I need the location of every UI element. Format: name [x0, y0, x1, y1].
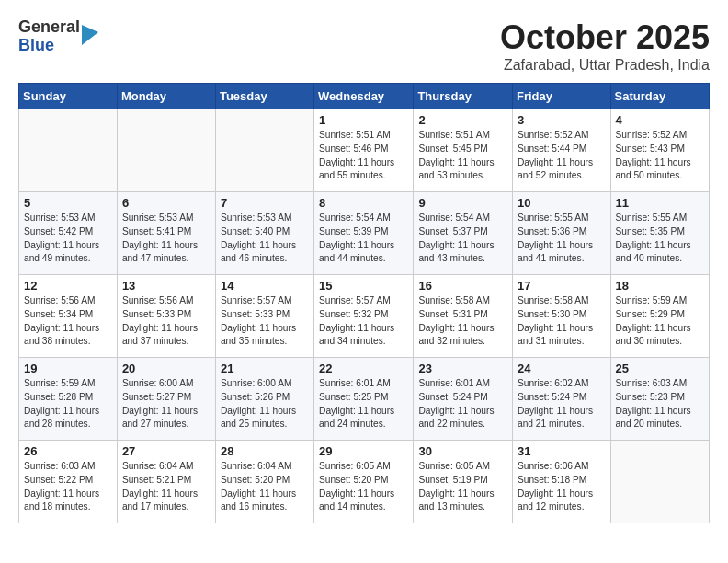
day-detail: Sunrise: 6:01 AM Sunset: 5:24 PM Dayligh…	[418, 377, 507, 431]
calendar-week-row: 19Sunrise: 5:59 AM Sunset: 5:28 PM Dayli…	[19, 358, 710, 441]
weekday-header: Sunday	[19, 84, 118, 109]
day-number: 16	[418, 279, 507, 293]
day-number: 2	[418, 113, 507, 127]
calendar-cell	[117, 109, 215, 192]
day-number: 6	[122, 196, 210, 210]
weekday-header: Monday	[117, 84, 215, 109]
calendar-cell: 9Sunrise: 5:54 AM Sunset: 5:37 PM Daylig…	[414, 192, 513, 275]
calendar-week-row: 26Sunrise: 6:03 AM Sunset: 5:22 PM Dayli…	[19, 441, 710, 523]
calendar-cell: 22Sunrise: 6:01 AM Sunset: 5:25 PM Dayli…	[314, 358, 414, 441]
day-number: 12	[24, 279, 112, 293]
day-number: 3	[518, 113, 606, 127]
calendar-cell: 1Sunrise: 5:51 AM Sunset: 5:46 PM Daylig…	[314, 109, 414, 192]
logo-icon	[82, 25, 98, 45]
calendar-cell: 13Sunrise: 5:56 AM Sunset: 5:33 PM Dayli…	[117, 275, 215, 358]
calendar-cell: 11Sunrise: 5:55 AM Sunset: 5:35 PM Dayli…	[610, 192, 709, 275]
day-number: 15	[319, 279, 408, 293]
day-number: 24	[518, 362, 606, 375]
day-number: 20	[122, 362, 210, 375]
day-number: 7	[221, 196, 309, 210]
day-number: 11	[616, 196, 704, 210]
day-number: 23	[418, 362, 507, 375]
calendar-cell: 4Sunrise: 5:52 AM Sunset: 5:43 PM Daylig…	[610, 109, 709, 192]
calendar-cell: 24Sunrise: 6:02 AM Sunset: 5:24 PM Dayli…	[512, 358, 610, 441]
day-detail: Sunrise: 5:57 AM Sunset: 5:33 PM Dayligh…	[221, 294, 309, 349]
day-number: 9	[418, 196, 507, 210]
day-detail: Sunrise: 5:53 AM Sunset: 5:42 PM Dayligh…	[24, 212, 112, 266]
day-detail: Sunrise: 5:51 AM Sunset: 5:45 PM Dayligh…	[418, 129, 507, 183]
day-detail: Sunrise: 5:53 AM Sunset: 5:41 PM Dayligh…	[122, 212, 210, 266]
calendar-cell: 2Sunrise: 5:51 AM Sunset: 5:45 PM Daylig…	[414, 109, 513, 192]
day-number: 14	[221, 279, 309, 293]
calendar-cell: 28Sunrise: 6:04 AM Sunset: 5:20 PM Dayli…	[215, 441, 313, 523]
logo-general: General	[18, 18, 80, 37]
weekday-header: Saturday	[610, 84, 709, 109]
day-detail: Sunrise: 5:54 AM Sunset: 5:39 PM Dayligh…	[319, 212, 408, 266]
day-detail: Sunrise: 6:03 AM Sunset: 5:22 PM Dayligh…	[24, 460, 112, 514]
day-detail: Sunrise: 6:05 AM Sunset: 5:20 PM Dayligh…	[319, 460, 408, 514]
calendar-cell: 10Sunrise: 5:55 AM Sunset: 5:36 PM Dayli…	[512, 192, 610, 275]
day-number: 13	[122, 279, 210, 293]
calendar-week-row: 12Sunrise: 5:56 AM Sunset: 5:34 PM Dayli…	[19, 275, 710, 358]
day-detail: Sunrise: 5:52 AM Sunset: 5:43 PM Dayligh…	[616, 129, 704, 183]
calendar-cell: 27Sunrise: 6:04 AM Sunset: 5:21 PM Dayli…	[117, 441, 215, 523]
weekday-header: Tuesday	[215, 84, 313, 109]
calendar-cell: 12Sunrise: 5:56 AM Sunset: 5:34 PM Dayli…	[19, 275, 118, 358]
calendar-cell: 26Sunrise: 6:03 AM Sunset: 5:22 PM Dayli…	[19, 441, 118, 523]
weekday-header: Thursday	[414, 84, 513, 109]
logo: General Blue	[18, 18, 98, 55]
day-detail: Sunrise: 6:06 AM Sunset: 5:18 PM Dayligh…	[518, 460, 606, 514]
calendar-cell: 20Sunrise: 6:00 AM Sunset: 5:27 PM Dayli…	[117, 358, 215, 441]
calendar-week-row: 1Sunrise: 5:51 AM Sunset: 5:46 PM Daylig…	[19, 109, 710, 192]
day-detail: Sunrise: 6:04 AM Sunset: 5:20 PM Dayligh…	[221, 460, 309, 514]
day-number: 26	[24, 444, 112, 458]
day-number: 25	[616, 362, 704, 375]
weekday-header: Friday	[512, 84, 610, 109]
calendar-table: SundayMondayTuesdayWednesdayThursdayFrid…	[18, 83, 710, 523]
calendar-cell: 8Sunrise: 5:54 AM Sunset: 5:39 PM Daylig…	[314, 192, 414, 275]
day-detail: Sunrise: 6:05 AM Sunset: 5:19 PM Dayligh…	[418, 460, 507, 514]
calendar-cell: 16Sunrise: 5:58 AM Sunset: 5:31 PM Dayli…	[414, 275, 513, 358]
calendar-cell: 6Sunrise: 5:53 AM Sunset: 5:41 PM Daylig…	[117, 192, 215, 275]
calendar-cell	[610, 441, 709, 523]
day-detail: Sunrise: 5:54 AM Sunset: 5:37 PM Dayligh…	[418, 212, 507, 266]
page-header: General Blue October 2025 Zafarabad, Utt…	[18, 18, 710, 74]
day-detail: Sunrise: 6:00 AM Sunset: 5:26 PM Dayligh…	[221, 377, 309, 431]
day-detail: Sunrise: 5:59 AM Sunset: 5:29 PM Dayligh…	[616, 294, 704, 349]
day-number: 5	[24, 196, 112, 210]
calendar-cell: 31Sunrise: 6:06 AM Sunset: 5:18 PM Dayli…	[512, 441, 610, 523]
day-detail: Sunrise: 6:00 AM Sunset: 5:27 PM Dayligh…	[122, 377, 210, 431]
day-number: 8	[319, 196, 408, 210]
calendar-cell: 25Sunrise: 6:03 AM Sunset: 5:23 PM Dayli…	[610, 358, 709, 441]
day-detail: Sunrise: 5:51 AM Sunset: 5:46 PM Dayligh…	[319, 129, 408, 183]
location: Zafarabad, Uttar Pradesh, India	[500, 57, 710, 74]
day-detail: Sunrise: 6:01 AM Sunset: 5:25 PM Dayligh…	[319, 377, 408, 431]
calendar-week-row: 5Sunrise: 5:53 AM Sunset: 5:42 PM Daylig…	[19, 192, 710, 275]
title-area: October 2025 Zafarabad, Uttar Pradesh, I…	[500, 18, 710, 74]
calendar-cell: 7Sunrise: 5:53 AM Sunset: 5:40 PM Daylig…	[215, 192, 313, 275]
day-number: 4	[616, 113, 704, 127]
day-number: 17	[518, 279, 606, 293]
day-number: 19	[24, 362, 112, 375]
day-number: 10	[518, 196, 606, 210]
day-number: 28	[221, 444, 309, 458]
svg-marker-0	[82, 25, 98, 45]
day-number: 1	[319, 113, 408, 127]
day-detail: Sunrise: 5:52 AM Sunset: 5:44 PM Dayligh…	[518, 129, 606, 183]
day-detail: Sunrise: 5:53 AM Sunset: 5:40 PM Dayligh…	[221, 212, 309, 266]
day-detail: Sunrise: 5:56 AM Sunset: 5:33 PM Dayligh…	[122, 294, 210, 349]
day-detail: Sunrise: 5:58 AM Sunset: 5:30 PM Dayligh…	[518, 294, 606, 349]
day-number: 29	[319, 444, 408, 458]
day-detail: Sunrise: 5:56 AM Sunset: 5:34 PM Dayligh…	[24, 294, 112, 349]
calendar-cell: 30Sunrise: 6:05 AM Sunset: 5:19 PM Dayli…	[414, 441, 513, 523]
calendar-cell: 5Sunrise: 5:53 AM Sunset: 5:42 PM Daylig…	[19, 192, 118, 275]
logo-blue: Blue	[18, 37, 80, 55]
month-title: October 2025	[500, 18, 710, 57]
day-number: 31	[518, 444, 606, 458]
day-number: 30	[418, 444, 507, 458]
day-number: 22	[319, 362, 408, 375]
day-detail: Sunrise: 5:59 AM Sunset: 5:28 PM Dayligh…	[24, 377, 112, 431]
calendar-cell: 3Sunrise: 5:52 AM Sunset: 5:44 PM Daylig…	[512, 109, 610, 192]
calendar-cell	[215, 109, 313, 192]
day-number: 18	[616, 279, 704, 293]
